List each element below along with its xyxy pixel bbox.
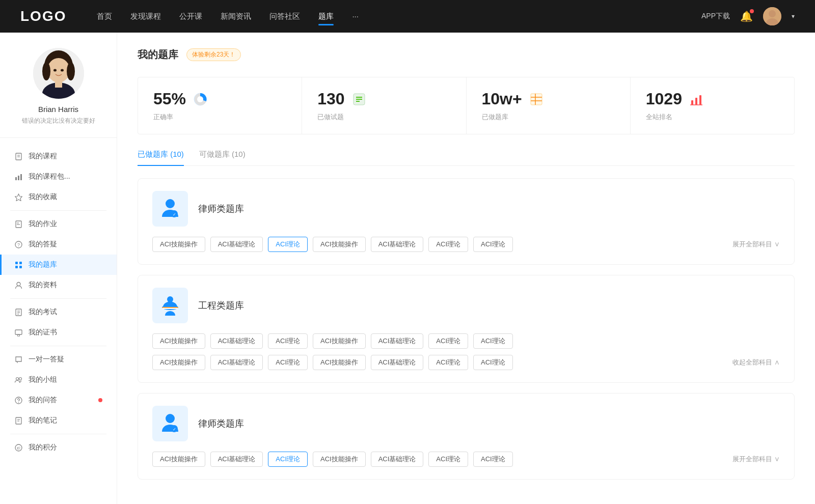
user-avatar[interactable] [763,7,781,25]
stat-top-2: 130 [317,90,450,108]
expand-link-3[interactable]: 展开全部科目 ∨ [732,455,780,464]
bank-tags-row-3: ACI技能操作 ACI基础理论 ACI理论 ACI技能操作 ACI基础理论 AC… [152,452,780,467]
nav-qa[interactable]: 问答社区 [269,10,300,23]
bank-tag[interactable]: ACI技能操作 [152,333,205,349]
stat-accuracy-label: 正确率 [153,113,286,122]
bank-title-3: 律师类题库 [198,417,244,430]
bank-tag[interactable]: ACI基础理论 [371,333,424,349]
logo: LOGO [20,8,66,24]
divider-1 [10,210,106,211]
avatar-svg [763,7,781,25]
bank-tag[interactable]: ACI技能操作 [152,237,205,252]
svg-text:积: 积 [17,446,20,450]
sidebar-item-bank[interactable]: 我的题库 [0,255,117,275]
divider-3 [10,346,106,346]
stat-top: 55% [153,90,286,108]
bank-tag[interactable]: ACI理论 [473,333,513,349]
tab-todo[interactable]: 可做题库 (10) [199,150,246,165]
bank-card-header: ✓ 律师类题库 [152,191,780,227]
app-download-link[interactable]: APP下载 [701,12,730,21]
sidebar-item-homework[interactable]: 我的作业 [0,214,117,234]
engineer-svg [158,293,182,318]
bank-tags-row-2b: ACI技能操作 ACI基础理论 ACI理论 ACI技能操作 ACI基础理论 AC… [152,355,780,370]
bank-tag[interactable]: ACI基础理论 [371,355,424,370]
collapse-link[interactable]: 收起全部科目 ∧ [732,358,780,367]
bank-tag[interactable]: ACI理论 [428,237,468,252]
bank-tag[interactable]: ACI理论 [473,355,513,370]
stat-accuracy-value: 55% [153,90,186,108]
bank-tag[interactable]: ACI理论 [428,333,468,349]
sidebar-item-profile[interactable]: 我的资料 [0,275,117,295]
bank-tag[interactable]: ACI技能操作 [152,355,205,370]
sidebar-item-favorites[interactable]: 我的收藏 [0,187,117,207]
page-title: 我的题库 [138,48,178,62]
svg-rect-54 [691,100,693,105]
bank-tag-active[interactable]: ACI理论 [268,237,308,252]
bank-tag[interactable]: ACI基础理论 [371,237,424,252]
notification-bell[interactable]: 🔔 [740,10,753,22]
sidebar-item-questions[interactable]: ? 我的答疑 [0,234,117,255]
sidebar: Brian Harris 错误的决定比没有决定要好 我的课程 我的课程包... [0,33,117,504]
sidebar-item-certificate[interactable]: 我的证书 [0,322,117,343]
sidebar-item-points[interactable]: 积 我的积分 [0,437,117,458]
nav-news[interactable]: 新闻资讯 [221,10,251,23]
bank-tag[interactable]: ACI技能操作 [313,333,366,349]
stat-banks-done: 10w+ 已做题库 [467,77,631,134]
stats-row: 55% 正确率 130 [138,77,795,134]
user-name: Brian Harris [38,105,78,114]
sidebar-item-courses[interactable]: 我的课程 [0,146,117,166]
lawyer-svg: ✓ [158,197,182,221]
bank-tag[interactable]: ACI理论 [268,333,308,349]
svg-rect-27 [19,266,22,268]
svg-point-64 [167,296,173,302]
user-menu-chevron[interactable]: ▾ [792,13,795,20]
nav-home[interactable]: 首页 [97,10,112,23]
sidebar-item-tutor[interactable]: 一对一答疑 [0,349,117,370]
svg-text:✓: ✓ [173,212,176,217]
bank-tag[interactable]: ACI技能操作 [313,237,366,252]
bank-tag[interactable]: ACI基础理论 [210,452,263,467]
bank-tag[interactable]: ACI理论 [428,355,468,370]
nav-open-course[interactable]: 公开课 [179,10,202,23]
bank-tag[interactable]: ACI理论 [473,237,513,252]
svg-point-28 [17,282,20,286]
bank-tag[interactable]: ACI基础理论 [371,452,424,467]
expand-link-1[interactable]: 展开全部科目 ∨ [732,240,780,249]
list-icon [351,91,367,107]
trial-badge: 体验剩余23天！ [186,48,241,61]
tab-done[interactable]: 已做题库 (10) [138,150,184,165]
bank-tag[interactable]: ACI技能操作 [152,452,205,467]
svg-point-58 [166,199,175,208]
profile-avatar [33,48,84,99]
bank-tag[interactable]: ACI基础理论 [210,237,263,252]
bank-tag-active[interactable]: ACI理论 [268,452,308,467]
engineer-icon [152,288,188,323]
bank-card-header-2: 工程类题库 [152,288,780,323]
sidebar-item-group[interactable]: 我的小组 [0,370,117,390]
bank-tag[interactable]: ACI基础理论 [210,333,263,349]
file-icon [14,308,22,316]
sidebar-item-myqa[interactable]: 我的问答 [0,390,117,410]
bank-tag[interactable]: ACI技能操作 [313,452,366,467]
bank-tag[interactable]: ACI理论 [268,355,308,370]
sidebar-item-packages[interactable]: 我的课程包... [0,166,117,187]
bank-card-header-3: ✓ 律师类题库 [152,406,780,441]
nav-bank[interactable]: 题库 [318,10,334,23]
svg-rect-16 [18,176,19,180]
svg-rect-26 [15,266,18,268]
lawyer-icon: ✓ [152,191,188,227]
qa-notification-dot [98,398,102,402]
stat-banks-value: 10w+ [482,90,522,108]
nav-discover[interactable]: 发现课程 [130,10,161,23]
svg-point-65 [166,414,175,423]
chart-icon [14,173,22,181]
bank-tag[interactable]: ACI理论 [473,452,513,467]
bank-tag[interactable]: ACI基础理论 [210,355,263,370]
nav-more[interactable]: ··· [352,10,359,23]
sidebar-item-exam[interactable]: 我的考试 [0,302,117,322]
bank-tag[interactable]: ACI理论 [428,452,468,467]
svg-point-34 [17,334,19,337]
bank-tag[interactable]: ACI技能操作 [313,355,366,370]
star-icon [14,193,22,201]
sidebar-item-notes[interactable]: 我的笔记 [0,410,117,431]
